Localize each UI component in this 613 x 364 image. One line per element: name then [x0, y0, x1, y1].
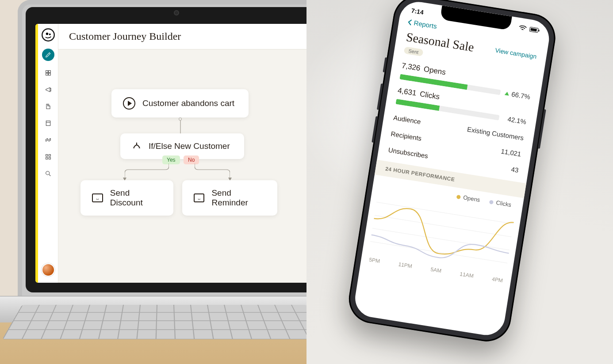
- svg-rect-4: [48, 71, 50, 73]
- clicks-percent: 42.1%: [503, 114, 527, 125]
- app-sidebar: [38, 24, 58, 283]
- action-send-reminder[interactable]: Send Reminder: [182, 180, 277, 216]
- unsub-label: Unsubscribes: [388, 146, 429, 159]
- trend-up-icon: [505, 91, 510, 95]
- svg-point-0: [42, 30, 54, 41]
- action-label: Send Discount: [110, 188, 162, 208]
- phone-scene: 7:14 Reports: [306, 0, 613, 364]
- condition-node[interactable]: If/Else New Customer: [120, 133, 244, 159]
- nav-campaigns-icon[interactable]: [43, 85, 53, 95]
- connector-dot: [179, 118, 182, 121]
- svg-rect-9: [49, 155, 50, 156]
- svg-point-2: [49, 34, 50, 35]
- nav-audience-icon[interactable]: [43, 118, 53, 128]
- chevron-left-icon: [407, 19, 413, 25]
- svg-rect-8: [46, 155, 47, 156]
- svg-point-12: [46, 171, 49, 175]
- audience-label: Audience: [393, 114, 421, 125]
- legend-dot-clicks: [489, 200, 494, 205]
- journey-canvas[interactable]: Customer Journey Builder Customer abando…: [58, 24, 327, 283]
- clicks-count: 4,631: [397, 86, 417, 98]
- nav-automations-icon[interactable]: [43, 102, 53, 111]
- mailchimp-logo-icon[interactable]: [42, 28, 55, 42]
- nav-apps-icon[interactable]: [43, 152, 53, 162]
- flow-area[interactable]: Customer abandons cart: [58, 49, 327, 283]
- svg-rect-5: [46, 73, 48, 76]
- trigger-node[interactable]: Customer abandons cart: [111, 89, 249, 118]
- svg-rect-3: [46, 71, 48, 73]
- webcam-dot: [174, 10, 179, 15]
- svg-point-1: [46, 33, 48, 35]
- play-icon: [123, 97, 135, 110]
- legend-clicks-label: Clicks: [496, 199, 512, 208]
- page-title: Customer Journey Builder: [58, 24, 327, 49]
- nav-search-icon[interactable]: [43, 169, 53, 178]
- back-label: Reports: [413, 19, 437, 30]
- wifi-icon: [518, 25, 527, 31]
- unsub-value: 43: [511, 165, 519, 174]
- app-window: Customer Journey Builder Customer abando…: [35, 24, 327, 283]
- user-avatar[interactable]: [42, 263, 55, 277]
- laptop-scene: Customer Journey Builder Customer abando…: [0, 0, 306, 364]
- svg-rect-11: [49, 157, 50, 159]
- svg-rect-7: [46, 121, 50, 126]
- condition-node-label: If/Else New Customer: [149, 141, 230, 151]
- svg-line-18: [372, 228, 510, 250]
- svg-line-17: [375, 215, 512, 237]
- nav-content-icon[interactable]: [43, 68, 53, 78]
- legend-dot-opens: [456, 195, 461, 199]
- clicks-label: Clicks: [419, 90, 441, 102]
- status-badge: Sent: [404, 46, 424, 56]
- action-send-discount[interactable]: Send Discount: [80, 180, 173, 216]
- opens-label: Opens: [423, 65, 447, 77]
- opens-percent: 66.7%: [505, 89, 531, 101]
- svg-rect-15: [538, 30, 540, 31]
- action-label: Send Reminder: [211, 188, 266, 208]
- legend-opens-label: Opens: [463, 194, 480, 203]
- power-button: [538, 109, 546, 149]
- recipients-label: Recipients: [391, 130, 422, 142]
- nav-integrations-icon[interactable]: [43, 135, 53, 145]
- svg-rect-14: [530, 28, 537, 31]
- mute-switch: [383, 57, 387, 72]
- phone-frame: 7:14 Reports: [345, 0, 559, 345]
- nav-create-icon[interactable]: [42, 49, 54, 61]
- svg-rect-10: [46, 157, 47, 159]
- branch-no-pill: No: [184, 155, 199, 164]
- laptop-frame: Customer Journey Builder Customer abando…: [18, 0, 327, 300]
- mail-icon: [194, 193, 204, 202]
- mail-icon: [92, 193, 103, 202]
- svg-rect-6: [48, 73, 50, 76]
- volume-down-button: [372, 116, 378, 143]
- recipients-value: 11,021: [501, 147, 522, 158]
- laptop-keyboard: [2, 305, 326, 339]
- opens-count: 7,326: [401, 61, 421, 73]
- volume-up-button: [377, 83, 383, 110]
- split-icon: [132, 141, 142, 151]
- branch-yes-pill: Yes: [162, 155, 180, 164]
- phone-screen: 7:14 Reports: [352, 0, 552, 338]
- trigger-node-label: Customer abandons cart: [142, 99, 234, 108]
- battery-icon: [529, 27, 540, 34]
